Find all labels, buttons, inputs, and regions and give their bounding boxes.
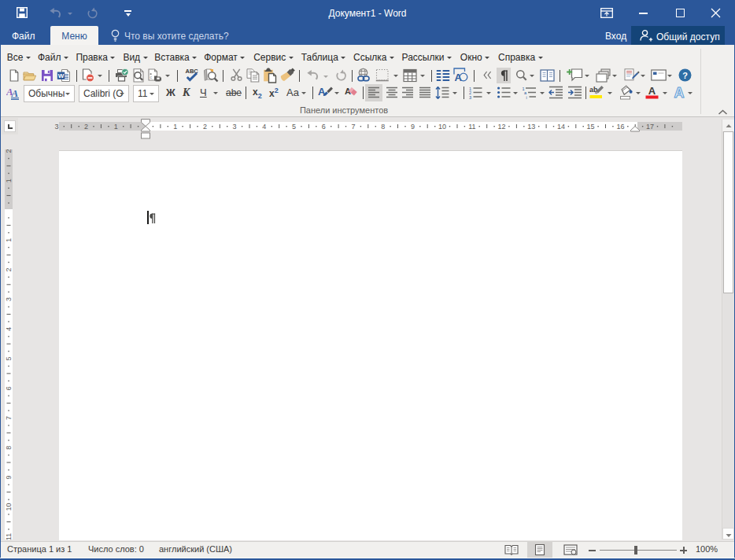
svg-text:8: 8: [5, 446, 13, 450]
svg-text:14: 14: [557, 123, 565, 131]
svg-text:2: 2: [84, 123, 88, 131]
svg-text:4: 4: [262, 123, 266, 131]
svg-text:1: 1: [5, 238, 13, 242]
svg-text:2: 2: [5, 149, 13, 153]
svg-text:?: ?: [682, 71, 688, 80]
svg-text:15: 15: [587, 123, 595, 131]
svg-text:1: 1: [114, 123, 118, 131]
svg-text:2: 2: [5, 267, 13, 271]
svg-text:9: 9: [5, 475, 13, 479]
svg-text:A: A: [674, 85, 685, 101]
svg-text:6: 6: [5, 386, 13, 390]
svg-text:5: 5: [292, 123, 296, 131]
svg-text:6: 6: [322, 123, 326, 131]
svg-text:A: A: [648, 85, 656, 97]
svg-text:17: 17: [646, 123, 654, 131]
svg-text:12: 12: [497, 123, 505, 131]
svg-text:10: 10: [5, 503, 13, 511]
svg-text:11: 11: [5, 533, 13, 540]
svg-text:3: 3: [233, 123, 237, 131]
svg-text:i: i: [526, 95, 527, 100]
svg-text:10: 10: [438, 123, 446, 131]
svg-text:7: 7: [5, 416, 13, 420]
svg-text:9: 9: [411, 123, 415, 131]
svg-text:4: 4: [5, 327, 13, 331]
svg-text:W: W: [58, 72, 65, 79]
svg-text:A: A: [11, 87, 19, 99]
svg-text:1: 1: [5, 179, 13, 182]
svg-text:3: 3: [469, 95, 471, 100]
svg-text:13: 13: [527, 123, 535, 131]
svg-text:8: 8: [381, 123, 385, 131]
svg-text:A: A: [455, 72, 463, 83]
svg-text:1: 1: [173, 123, 177, 131]
svg-text:11: 11: [468, 123, 475, 131]
svg-text:16: 16: [616, 123, 624, 131]
svg-text:7: 7: [351, 123, 355, 131]
svg-text:3: 3: [5, 297, 13, 301]
svg-text:5: 5: [5, 357, 13, 361]
svg-text:3: 3: [54, 123, 58, 131]
svg-text:2: 2: [203, 123, 207, 131]
